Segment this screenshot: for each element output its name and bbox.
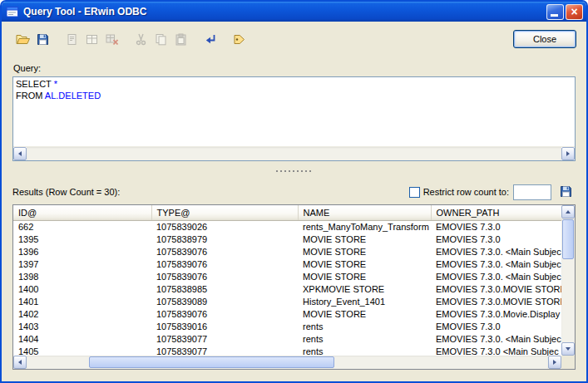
table-cell: 1400 <box>13 282 151 295</box>
minimize-button[interactable] <box>546 4 564 20</box>
splitter-dots-icon <box>275 169 314 173</box>
scrollbar-thumb[interactable] <box>562 219 574 259</box>
table-cell: 1402 <box>13 307 151 320</box>
table-cell: XPKMOVIE STORE <box>298 282 431 295</box>
query-label: Query: <box>13 63 586 74</box>
table-cell: EMOVIES 7.3.0 <box>431 320 561 332</box>
sql-keyword: FROM <box>16 91 45 101</box>
table-cell: 1401 <box>13 295 151 307</box>
open-icon[interactable] <box>13 31 32 48</box>
restrict-row-count-label: Restrict row count to: <box>423 187 509 197</box>
sql-line: FROM AL.DELETED <box>16 90 572 101</box>
table-cell: 1395 <box>13 233 151 245</box>
arrow-left-icon <box>18 151 22 156</box>
table-cell: 1404 <box>13 332 151 345</box>
table-row[interactable]: 14041075839077rentsEMOVIES 7.3.0. <Main … <box>13 332 561 345</box>
table-cell: MOVIE STORE <box>298 270 431 282</box>
table-row[interactable]: 13951075838979MOVIE STOREEMOVIES 7.3.0 <box>13 233 561 245</box>
arrow-right-icon <box>553 360 556 365</box>
table-cell: rents <box>298 332 431 345</box>
query-editor[interactable]: SELECT * FROM AL.DELETED <box>12 76 576 161</box>
export-icon[interactable] <box>62 31 82 48</box>
table-cell: 1075839077 <box>151 332 298 345</box>
copy-icon[interactable] <box>151 31 170 48</box>
query-text[interactable]: SELECT * FROM AL.DELETED <box>13 77 575 146</box>
column-header[interactable]: ID@ <box>13 205 151 220</box>
window-title: Query Tool - ERwin ODBC <box>23 6 545 17</box>
table-cell: EMOVIES 7.3.0 <box>431 233 561 245</box>
column-header[interactable]: NAME <box>298 205 431 220</box>
table-row[interactable]: 14031075839016rentsEMOVIES 7.3.0 <box>13 320 561 332</box>
scroll-down-button[interactable] <box>561 342 575 356</box>
table-cell: 1396 <box>13 245 151 258</box>
table-row[interactable]: 14011075839089History_Event_1401EMOVIES … <box>13 295 561 307</box>
scrollbar-corner <box>561 356 575 369</box>
save-results-button[interactable] <box>556 184 576 201</box>
arrow-up-icon <box>566 210 571 214</box>
sql-operand: AL.DELETED <box>45 91 101 101</box>
window-close-button[interactable] <box>566 4 583 20</box>
restrict-row-count-checkbox[interactable] <box>409 187 420 198</box>
table-row[interactable]: 14021075839076MOVIE STOREEMOVIES 7.3.0.M… <box>13 307 561 320</box>
table-cell: 662 <box>13 220 151 233</box>
splitter-handle[interactable] <box>2 161 586 181</box>
scroll-right-button[interactable] <box>561 147 575 160</box>
scrollbar-track[interactable] <box>27 356 548 369</box>
cut-icon[interactable] <box>131 31 151 48</box>
table-cell: 1075838985 <box>151 282 298 295</box>
column-header[interactable]: OWNER_PATH <box>431 205 561 220</box>
table-cell: 1398 <box>13 270 151 282</box>
results-horizontal-scrollbar[interactable] <box>13 356 561 369</box>
scrollbar-track[interactable] <box>561 219 575 342</box>
scroll-left-button[interactable] <box>13 356 27 369</box>
results-table-viewport: ID@TYPE@NAMEOWNER_PATH 6621075839026rent… <box>13 205 561 356</box>
scroll-up-button[interactable] <box>561 205 575 219</box>
results-vertical-scrollbar[interactable] <box>561 205 575 356</box>
execute-icon[interactable] <box>200 31 220 48</box>
results-table-body: 6621075839026rents_ManyToMany_TransformE… <box>13 220 561 356</box>
delete-icon[interactable] <box>102 31 121 48</box>
close-button[interactable]: Close <box>513 30 576 48</box>
table-cell: EMOVIES 7.3.0. <Main Subjec. <box>431 270 561 282</box>
restrict-row-count-input[interactable] <box>513 184 551 200</box>
sql-line: SELECT * <box>16 78 572 90</box>
query-tool-window: Query Tool - ERwin ODBC Close Query: SEL… <box>0 0 588 383</box>
table-row[interactable]: 14001075838985XPKMOVIE STOREEMOVIES 7.3.… <box>13 282 561 295</box>
table-row[interactable]: 14051075839077rentsEMOVIES 7.3.0 <Main S… <box>13 345 561 356</box>
table-cell: 1075838979 <box>151 233 298 245</box>
table-cell: 1403 <box>13 320 151 332</box>
table-cell: EMOVIES 7.3.0. <Main Subjec. <box>431 245 561 258</box>
table-cell: 1075839077 <box>151 345 298 356</box>
table-cell: MOVIE STORE <box>298 233 431 245</box>
table-cell: MOVIE STORE <box>298 245 431 258</box>
table-cell: 1397 <box>13 258 151 270</box>
scrollbar-track[interactable] <box>27 147 561 160</box>
table-row[interactable]: 13981075839076MOVIE STOREEMOVIES 7.3.0. … <box>13 270 561 282</box>
table-cell: rents_ManyToMany_Transform <box>298 220 431 233</box>
table-row[interactable]: 13961075839076MOVIE STOREEMOVIES 7.3.0. … <box>13 245 561 258</box>
table-cell: EMOVIES 7.3.0. <Main Subjec. <box>431 332 561 345</box>
table-row[interactable]: 6621075839026rents_ManyToMany_TransformE… <box>13 220 561 233</box>
column-header[interactable]: TYPE@ <box>151 205 298 220</box>
grid-icon[interactable] <box>82 31 101 48</box>
arrow-down-icon <box>566 347 571 351</box>
results-table: ID@TYPE@NAMEOWNER_PATH 6621075839026rent… <box>12 204 576 370</box>
arrow-right-icon <box>566 151 570 156</box>
paste-icon[interactable] <box>171 31 190 48</box>
results-bar: Results (Row Count = 30): Restrict row c… <box>2 181 586 203</box>
table-cell: EMOVIES 7.3.0.MOVIE STORE <box>431 282 561 295</box>
table-cell: 1075839076 <box>151 307 298 320</box>
restrict-row-count-group: Restrict row count to: <box>409 184 576 201</box>
results-count-label: Results (Row Count = 30): <box>12 187 409 197</box>
title-bar: Query Tool - ERwin ODBC <box>2 2 586 22</box>
scrollbar-thumb[interactable] <box>89 356 334 368</box>
table-row[interactable]: 13971075839076MOVIE STOREEMOVIES 7.3.0. … <box>13 258 561 270</box>
sql-keyword: SELECT <box>16 79 54 89</box>
tags-icon[interactable] <box>230 31 249 48</box>
toolbar: Close <box>2 22 586 50</box>
save-icon[interactable] <box>33 31 52 48</box>
table-cell: 1075839076 <box>151 245 298 258</box>
query-horizontal-scrollbar[interactable] <box>13 146 575 160</box>
scroll-left-button[interactable] <box>13 147 27 160</box>
scroll-right-button[interactable] <box>548 356 561 369</box>
